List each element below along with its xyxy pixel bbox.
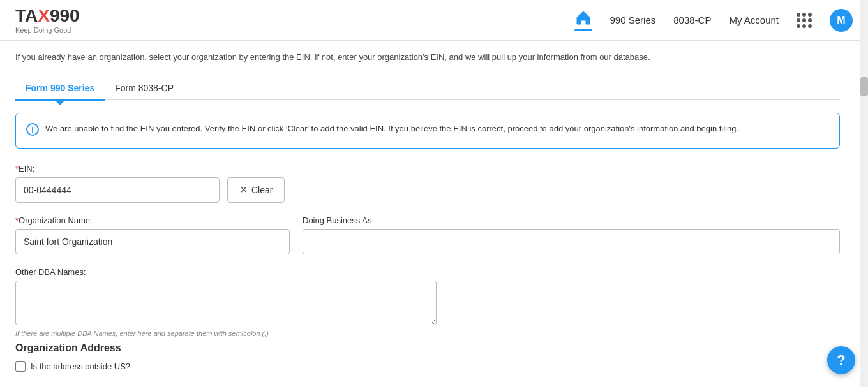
logo-tagline: Keep Doing Good <box>15 26 71 34</box>
other-dba-hint: If there are multiple DBA Names, enter h… <box>15 330 840 337</box>
svg-text:i: i <box>31 126 33 135</box>
dba-group: Doing Business As: <box>303 215 840 254</box>
tabs-container: Form 990 Series Form 8038-CP <box>15 77 840 100</box>
info-icon: i <box>26 123 39 139</box>
logo-990: 990 <box>50 6 80 26</box>
address-section-title: Organization Address <box>15 342 840 354</box>
ein-section: *EIN: ✕ Clear <box>15 164 840 203</box>
user-avatar[interactable]: M <box>830 9 853 32</box>
tab-form-990-series[interactable]: Form 990 Series <box>15 77 105 99</box>
ein-input[interactable] <box>15 177 220 203</box>
nav-my-account[interactable]: My Account <box>729 15 779 26</box>
alert-text: We are unable to find the EIN you entere… <box>45 122 738 135</box>
org-name-group: *Organization Name: <box>15 215 290 254</box>
home-icon <box>574 9 592 27</box>
outside-us-label: Is the address outside US? <box>31 361 130 371</box>
dba-label: Doing Business As: <box>303 215 840 225</box>
tab-active-arrow <box>55 100 65 105</box>
alert-box: i We are unable to find the EIN you ente… <box>15 113 840 149</box>
nav-990-series[interactable]: 990 Series <box>610 15 656 26</box>
other-dba-textarea[interactable] <box>15 281 437 325</box>
tab-form-8038cp[interactable]: Form 8038-CP <box>105 77 184 99</box>
other-dba-section: Other DBA Names: If there are multiple D… <box>15 267 840 337</box>
other-dba-label: Other DBA Names: <box>15 267 840 277</box>
scrollbar-track <box>860 0 868 387</box>
name-dba-row: *Organization Name: Doing Business As: <box>15 215 840 254</box>
outside-us-checkbox[interactable] <box>15 361 26 372</box>
header-nav: 990 Series 8038-CP My Account M <box>574 9 853 32</box>
scrollbar-thumb[interactable] <box>860 77 868 96</box>
address-section: Organization Address Is the address outs… <box>15 342 840 372</box>
logo: TAX990 Keep Doing Good <box>15 7 80 34</box>
logo-x: X <box>38 6 50 26</box>
logo-tax: TA <box>15 6 38 26</box>
header: TAX990 Keep Doing Good 990 Series 8038-C… <box>0 0 868 41</box>
clear-x-icon: ✕ <box>239 184 248 196</box>
ein-label: *EIN: <box>15 164 840 173</box>
outside-us-row: Is the address outside US? <box>15 361 840 372</box>
dba-input[interactable] <box>303 229 840 254</box>
home-nav-underline <box>574 29 592 31</box>
org-name-label: *Organization Name: <box>15 215 290 225</box>
ein-row: ✕ Clear <box>15 177 840 203</box>
apps-grid-button[interactable] <box>797 13 812 28</box>
home-nav-item[interactable] <box>574 9 592 31</box>
clear-button[interactable]: ✕ Clear <box>227 177 285 203</box>
org-name-input[interactable] <box>15 229 290 254</box>
intro-text: If you already have an organization, sel… <box>15 51 840 64</box>
help-button[interactable]: ? <box>827 346 855 374</box>
nav-8038cp[interactable]: 8038-CP <box>673 15 711 26</box>
main-content: If you already have an organization, sel… <box>0 41 855 387</box>
